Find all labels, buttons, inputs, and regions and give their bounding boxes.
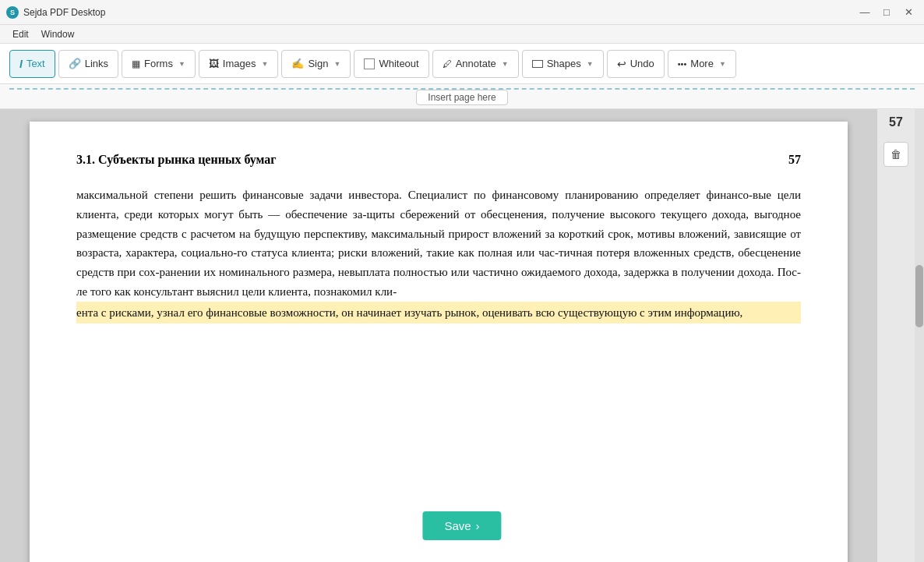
toolbar-text-button[interactable]: IText <box>9 50 55 78</box>
highlighted-text: ента с рисками, узнал его финансовые воз… <box>76 303 801 323</box>
insert-page-button[interactable]: Insert page here <box>416 90 507 105</box>
shapes-icon <box>532 60 543 68</box>
pdf-container: 3.1. Субъекты рынка ценных бумаг 57 макс… <box>0 109 877 562</box>
menu-item-edit[interactable]: Edit <box>6 27 35 41</box>
toolbar-shapes-label: Shapes <box>547 58 581 69</box>
insert-page-bar: Insert page here <box>0 84 924 109</box>
body-text: максимальной степени решить финансовые з… <box>76 186 801 302</box>
scrollbar[interactable] <box>915 109 924 562</box>
toolbar-text-label: Text <box>26 58 45 69</box>
toolbar-whiteout-label: Whiteout <box>379 58 418 69</box>
toolbar-whiteout-button[interactable]: Whiteout <box>354 50 428 78</box>
toolbar-forms-label: Forms <box>144 58 173 69</box>
toolbar-links-button[interactable]: 🔗 Links <box>58 50 118 78</box>
forms-chevron-icon: ▼ <box>178 60 185 68</box>
app-icon: S <box>6 6 19 19</box>
sign-icon: ✍ <box>291 58 304 69</box>
annotate-icon: 🖊 <box>443 58 452 69</box>
more-icon: ••• <box>678 59 687 69</box>
undo-icon: ↩ <box>617 58 626 70</box>
highlighted-section: ента с рисками, узнал его финансовые воз… <box>76 302 801 324</box>
toolbar-images-button[interactable]: 🖼 Images ▼ <box>199 50 279 78</box>
links-icon: 🔗 <box>69 58 81 69</box>
toolbar-undo-label: Undo <box>630 58 654 69</box>
forms-icon: ▦ <box>132 58 140 69</box>
delete-icon: 🗑 <box>890 148 901 161</box>
window-controls: — □ ✕ <box>855 3 918 22</box>
minimize-button[interactable]: — <box>855 3 874 22</box>
main-area: 3.1. Субъекты рынка ценных бумаг 57 макс… <box>0 109 924 562</box>
save-button-container: Save › <box>422 511 501 540</box>
maximize-button[interactable]: □ <box>877 3 896 22</box>
text-highlight: ента с рисками, узнал его финансовые воз… <box>76 302 801 324</box>
toolbar-sign-label: Sign <box>308 58 328 69</box>
scrollbar-thumb[interactable] <box>915 265 923 327</box>
toolbar-forms-button[interactable]: ▦ Forms ▼ <box>122 50 196 78</box>
menubar: Edit Window <box>0 25 924 44</box>
save-button[interactable]: Save › <box>422 511 501 540</box>
toolbar-more-button[interactable]: ••• More ▼ <box>668 50 736 78</box>
titlebar: S Sejda PDF Desktop — □ ✕ <box>0 0 924 25</box>
right-sidebar: 57 🗑 <box>877 109 915 562</box>
sign-chevron-icon: ▼ <box>333 60 340 68</box>
close-button[interactable]: ✕ <box>899 3 918 22</box>
delete-page-button[interactable]: 🗑 <box>883 142 908 167</box>
pdf-page: 3.1. Субъекты рынка ценных бумаг 57 макс… <box>30 122 848 562</box>
toolbar-links-label: Links <box>85 58 108 69</box>
annotate-chevron-icon: ▼ <box>502 60 509 68</box>
section-title: 3.1. Субъекты рынка ценных бумаг <box>76 153 277 167</box>
save-arrow-icon: › <box>476 519 480 532</box>
save-label: Save <box>444 519 471 532</box>
images-chevron-icon: ▼ <box>262 60 269 68</box>
whiteout-icon <box>364 58 375 69</box>
toolbar-undo-button[interactable]: ↩ Undo <box>607 50 665 78</box>
toolbar-sign-button[interactable]: ✍ Sign ▼ <box>281 50 351 78</box>
images-icon: 🖼 <box>209 58 219 69</box>
toolbar-annotate-button[interactable]: 🖊 Annotate ▼ <box>432 50 519 78</box>
app-title: Sejda PDF Desktop <box>23 7 855 18</box>
sidebar-page-number: 57 <box>889 115 903 129</box>
toolbar-shapes-button[interactable]: Shapes ▼ <box>522 50 604 78</box>
toolbar-annotate-label: Annotate <box>456 58 496 69</box>
page-body: максимальной степени решить финансовые з… <box>76 186 801 323</box>
toolbar-images-label: Images <box>223 58 256 69</box>
more-chevron-icon: ▼ <box>719 60 726 68</box>
toolbar-more-label: More <box>690 58 714 69</box>
page-header: 3.1. Субъекты рынка ценных бумаг 57 <box>76 153 801 167</box>
shapes-chevron-icon: ▼ <box>587 60 594 68</box>
menu-item-window[interactable]: Window <box>35 27 81 41</box>
toolbar: IText 🔗 Links ▦ Forms ▼ 🖼 Images ▼ ✍ Sig… <box>0 44 924 84</box>
text-icon: I <box>19 58 23 70</box>
page-number-header: 57 <box>788 153 801 167</box>
